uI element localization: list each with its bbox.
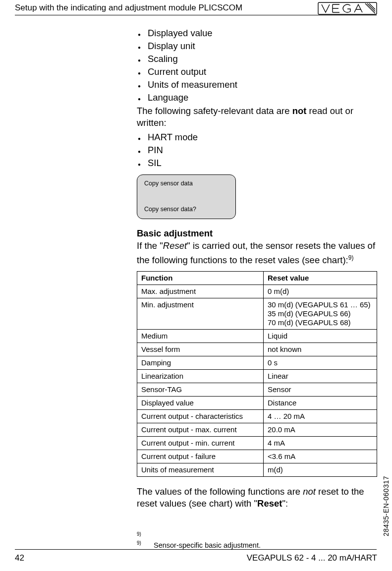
table-row: Vessel formnot known <box>137 343 377 356</box>
list-item: Displayed value <box>148 27 377 40</box>
cell: Sensor <box>264 383 377 397</box>
svg-line-1 <box>365 3 375 13</box>
list-item: PIN <box>148 144 377 157</box>
table-row: Current output - max. current20.0 mA <box>137 423 377 437</box>
safety-para: The following safety-relevant data are n… <box>137 105 377 129</box>
footer-product: VEGAPULS 62 - 4 ... 20 mA/HART <box>247 553 377 563</box>
footnote-ref: 9) <box>348 254 354 261</box>
list-item: Units of measurement <box>148 78 377 91</box>
table-row: LinearizationLinear <box>137 370 377 383</box>
cell: Min. adjustment <box>137 298 264 330</box>
table-header: Reset value <box>264 272 377 285</box>
cell: Sensor-TAG <box>137 383 264 397</box>
not-reset-para: The values of the following functions ar… <box>137 486 377 510</box>
text: ": <box>282 498 288 509</box>
text-italic: Reset <box>163 240 187 251</box>
header-title: Setup with the indicating and adjustment… <box>15 3 242 13</box>
cell: Liquid <box>264 330 377 343</box>
list-item: SIL <box>148 157 377 170</box>
list-item: Language <box>148 91 377 104</box>
list-item: Current output <box>148 65 377 78</box>
list-item: HART mode <box>148 131 377 144</box>
table-header-row: Function Reset value <box>137 272 377 285</box>
cell: Current output - failure <box>137 450 264 463</box>
cell: 30 m(d) (VEGAPULS 61 … 65) 35 m(d) (VEGA… <box>264 298 377 330</box>
cell: 4 … 20 mA <box>264 410 377 423</box>
text-bold: not <box>292 106 307 116</box>
reset-table: Function Reset value Max. adjustment0 m(… <box>137 271 377 477</box>
cell: Displayed value <box>137 397 264 410</box>
footer-rule <box>15 549 377 550</box>
list-item: Scaling <box>148 53 377 65</box>
cell: 0 m(d) <box>264 285 377 298</box>
table-row: Damping0 s <box>137 356 377 370</box>
cell: Medium <box>137 330 264 343</box>
table-row: Sensor-TAGSensor <box>137 383 377 397</box>
table-row: MediumLiquid <box>137 330 377 343</box>
table-row: Current output - characteristics4 … 20 m… <box>137 410 377 423</box>
list-not-readout: HART mode PIN SIL <box>137 131 377 170</box>
lcd-line-1: Copy sensor data <box>144 180 228 187</box>
cell: Damping <box>137 356 264 370</box>
cell: Distance <box>264 397 377 410</box>
page-number: 42 <box>15 553 24 563</box>
table-row: Max. adjustment0 m(d) <box>137 285 377 298</box>
lcd-display: Copy sensor data Copy sensor data? <box>137 174 236 219</box>
footnote-mark: 9) <box>137 540 154 546</box>
cell: m(d) <box>264 463 377 477</box>
footnotes: 9) 9)Sensor-specific basic adjustment. <box>137 531 261 549</box>
list-readout: Displayed value Display unit Scaling Cur… <box>137 27 377 104</box>
text: The following safety-relevant data are <box>137 106 292 116</box>
table-header: Function <box>137 272 264 285</box>
cell: not known <box>264 343 377 356</box>
table-row: Displayed valueDistance <box>137 397 377 410</box>
table-row: Current output - min. current4 mA <box>137 437 377 450</box>
cell: Units of measurement <box>137 463 264 477</box>
cell: Current output - max. current <box>137 423 264 437</box>
footnote-text: Sensor-specific basic adjustment. <box>154 541 261 549</box>
header-rule <box>15 15 377 15</box>
text-bold: Reset <box>257 498 282 509</box>
cell: Linear <box>264 370 377 383</box>
cell: Linearization <box>137 370 264 383</box>
cell: 20.0 mA <box>264 423 377 437</box>
doc-code-vertical: 28435-EN-060317 <box>382 476 390 536</box>
cell: 4 mA <box>264 437 377 450</box>
cell: Current output - min. current <box>137 437 264 450</box>
cell: Vessel form <box>137 343 264 356</box>
text-italic: not <box>303 486 316 497</box>
table-row: Current output - failure<3.6 mA <box>137 450 377 463</box>
text: If the " <box>137 240 163 251</box>
table-row: Units of measurementm(d) <box>137 463 377 477</box>
cell: Max. adjustment <box>137 285 264 298</box>
svg-line-2 <box>367 3 375 11</box>
text: The values of the following functions ar… <box>137 486 303 497</box>
list-item: Display unit <box>148 40 377 53</box>
cell: <3.6 mA <box>264 450 377 463</box>
footnote-mark: 9) <box>137 531 154 537</box>
subheading-basic-adjustment: Basic adjustment <box>137 228 377 239</box>
cell: 0 s <box>264 356 377 370</box>
cell: Current output - characteristics <box>137 410 264 423</box>
table-row: Min. adjustment30 m(d) (VEGAPULS 61 … 65… <box>137 298 377 330</box>
lcd-line-2: Copy sensor data? <box>144 206 228 213</box>
reset-para: If the "Reset" is carried out, the senso… <box>137 240 377 266</box>
